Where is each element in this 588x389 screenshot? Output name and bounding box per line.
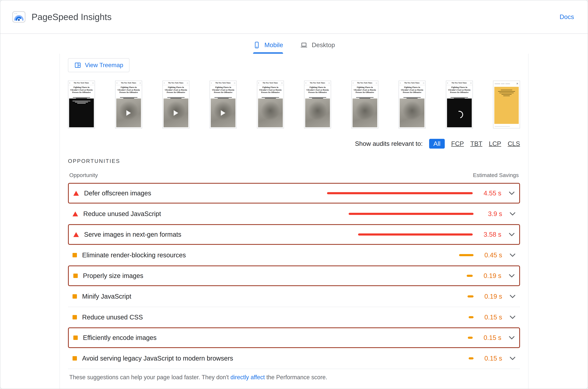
article-image (447, 98, 472, 127)
account-icon (470, 82, 472, 84)
caption-lines (446, 97, 473, 98)
chevron-down-icon[interactable] (509, 336, 515, 340)
text-line (498, 91, 515, 92)
article-image (211, 98, 235, 127)
article-image (116, 98, 141, 127)
filmstrip-frame: ≡The New York TimesFighting Flares in Uk… (351, 81, 378, 129)
article-image (69, 98, 94, 127)
account-icon (328, 82, 330, 84)
caption-lines (352, 97, 378, 98)
article-image (258, 98, 283, 127)
ad-header: ✕ (493, 81, 520, 87)
chevron-down-icon[interactable] (510, 357, 516, 360)
opportunity-label: Reduce unused JavaScript (83, 210, 161, 218)
close-icon[interactable]: ✕ (516, 82, 518, 85)
page-title: PageSpeed Insights (32, 12, 112, 22)
warning-triangle-icon (73, 191, 79, 196)
tab-desktop[interactable]: Desktop (300, 41, 335, 54)
tab-desktop-label: Desktop (312, 41, 335, 49)
filter-option-all[interactable]: All (429, 139, 445, 149)
filmstrip-frame: ≡The New York TimesFighting Flares in Uk… (257, 81, 284, 129)
tab-mobile[interactable]: Mobile (253, 41, 283, 54)
chevron-down-icon[interactable] (510, 315, 516, 319)
chevron-down-icon[interactable] (509, 191, 515, 195)
text-line (73, 97, 90, 98)
warning-triangle-icon (73, 232, 79, 237)
chevron-down-icon[interactable] (509, 233, 515, 236)
masthead: ≡The New York Times (68, 81, 95, 85)
opportunity-row[interactable]: Avoid serving legacy JavaScript to moder… (68, 348, 520, 369)
caption-lines (163, 97, 189, 98)
text-line (501, 84, 505, 84)
filmstrip-frame: ≡The New York TimesFighting Flares in Uk… (304, 81, 331, 129)
desktop-laptop-icon (300, 41, 308, 49)
masthead: ≡The New York Times (115, 81, 142, 85)
caption-lines (68, 97, 95, 98)
opportunity-row[interactable]: Eliminate render-blocking resources0.45 … (68, 245, 520, 265)
headline: Fighting Flares in Ukraine's East as Rus… (163, 85, 189, 97)
text-line (503, 96, 510, 96)
account-icon (234, 82, 235, 84)
masthead: ≡The New York Times (210, 81, 236, 85)
article-image (163, 98, 188, 127)
opportunity-label: Avoid serving legacy JavaScript to moder… (82, 355, 233, 362)
caption-lines (115, 97, 142, 98)
opportunity-label: Efficiently encode images (83, 334, 157, 341)
filter-option-cls[interactable]: CLS (508, 140, 520, 147)
text-line (262, 97, 279, 98)
text-line (499, 93, 514, 93)
account-icon (376, 82, 377, 84)
account-icon (423, 82, 424, 84)
chevron-down-icon[interactable] (510, 253, 516, 257)
savings-value: 0.19 s (478, 293, 502, 300)
savings-bar (349, 213, 474, 215)
opportunity-row[interactable]: Reduce unused JavaScript3.9 s (68, 203, 520, 224)
headline: Fighting Flares in Ukraine's East as Rus… (68, 85, 95, 97)
savings-bar (358, 233, 473, 235)
footnote-text-post: the Performance score. (265, 374, 327, 381)
opportunity-row[interactable]: Reduce unused CSS0.15 s (68, 307, 520, 327)
savings-bar (468, 337, 473, 339)
text-line (403, 97, 421, 98)
savings-bar (467, 295, 474, 297)
pagespeed-insights-page: PageSpeed Insights Docs Mobile Desktop (0, 0, 588, 389)
text-line (356, 97, 374, 98)
filmstrip-frame: ≡The New York TimesFighting Flares in Uk… (210, 81, 237, 129)
filter-option-tbt[interactable]: TBT (470, 140, 483, 147)
chevron-down-icon[interactable] (509, 274, 515, 278)
text-line (451, 97, 468, 98)
text-line (77, 103, 86, 103)
warning-square-icon (72, 294, 77, 299)
opportunity-row[interactable]: Properly size images0.19 s (68, 265, 520, 286)
savings-bar (459, 254, 474, 256)
headline: Fighting Flares in Ukraine's East as Rus… (352, 85, 378, 97)
filter-option-lcp[interactable]: LCP (489, 140, 501, 147)
view-treemap-label: View Treemap (85, 62, 123, 69)
chevron-down-icon[interactable] (510, 294, 516, 298)
filter-option-fcp[interactable]: FCP (451, 140, 464, 147)
text-line (495, 84, 500, 84)
opportunity-row[interactable]: Serve images in next-gen formats3.58 s (68, 224, 520, 245)
view-treemap-button[interactable]: View Treemap (68, 58, 130, 72)
masthead-title: The New York Times (448, 82, 470, 84)
audit-filter-bar: Show audits relevant to: All FCP TBT LCP… (68, 139, 520, 149)
opportunities-heading: OPPORTUNITIES (68, 158, 520, 164)
masthead-title: The New York Times (306, 82, 328, 84)
text-line (214, 97, 232, 98)
opportunity-row[interactable]: Efficiently encode images0.15 s (68, 327, 520, 348)
treemap-icon (74, 62, 81, 69)
masthead: ≡The New York Times (257, 81, 284, 85)
warning-square-icon (73, 335, 78, 340)
caption-lines (210, 97, 236, 98)
docs-link[interactable]: Docs (559, 13, 574, 21)
text-line (501, 94, 512, 95)
account-icon (187, 82, 188, 84)
chevron-down-icon[interactable] (510, 212, 516, 216)
opportunity-row[interactable]: Minify JavaScript0.19 s (68, 286, 520, 307)
account-icon (139, 82, 141, 84)
play-icon (174, 110, 178, 116)
savings-bar (467, 275, 473, 277)
filmstrip-frame: ≡The New York TimesFighting Flares in Uk… (398, 81, 425, 129)
opportunity-row[interactable]: Defer offscreen images4.55 s (68, 183, 520, 203)
directly-affect-link[interactable]: directly affect (230, 374, 265, 381)
